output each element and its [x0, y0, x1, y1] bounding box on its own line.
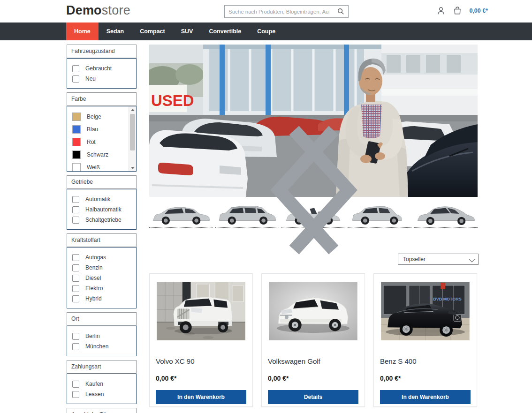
color-option-rot[interactable]: Rot	[67, 135, 136, 148]
filter-option-hybrid[interactable]: Hybrid	[67, 293, 136, 304]
color-option-blau[interactable]: Blau	[67, 123, 136, 135]
filter-option-kaufen[interactable]: Kaufen	[67, 379, 136, 389]
header-icons: 0,00 €*	[436, 6, 488, 15]
nav-item-convertible[interactable]: Convertible	[201, 23, 249, 40]
filter-option-berlin[interactable]: Berlin	[67, 331, 136, 341]
checkbox[interactable]	[72, 65, 79, 72]
account-icon[interactable]	[436, 6, 446, 15]
search-icon[interactable]	[333, 6, 348, 17]
option-label: Halbautomatik	[85, 206, 122, 213]
option-label: Beige	[87, 113, 101, 120]
filter-option-gebraucht[interactable]: Gebraucht	[67, 63, 136, 74]
filter-group-getriebe: Getriebe AutomatikHalbautomatikSchaltget…	[67, 175, 137, 230]
filter-title[interactable]: Zahlungsart	[67, 360, 137, 374]
filter-title[interactable]: Anzahl der Türen	[67, 408, 137, 413]
sort-select[interactable]: Topseller	[398, 254, 479, 265]
filter-group-zahlungsart: Zahlungsart KaufenLeasen	[67, 360, 137, 404]
nav-item-compact[interactable]: Compact	[132, 23, 173, 40]
checkbox[interactable]	[72, 285, 79, 292]
product-image-benz-s400[interactable]: BVB MOTORS	[380, 282, 471, 340]
nav-item-coupe[interactable]: Coupe	[249, 23, 283, 40]
product-grid: Volvo XC 90 0,00 €* In den Warenkorb	[149, 273, 477, 407]
nav-item-home[interactable]: Home	[66, 23, 99, 40]
product-price: 0,00 €*	[268, 375, 358, 382]
cart-bag-icon[interactable]	[453, 6, 462, 15]
search-input[interactable]	[225, 9, 333, 15]
header: Demostore 0,00 €*	[0, 0, 532, 23]
checkbox[interactable]	[72, 275, 79, 282]
checkbox[interactable]	[72, 343, 79, 350]
checkbox[interactable]	[72, 391, 79, 398]
filter-option-diesel[interactable]: Diesel	[67, 273, 136, 283]
filter-option-automatik[interactable]: Automatik	[67, 194, 136, 204]
filter-option-leasen[interactable]: Leasen	[67, 389, 136, 399]
filter-sidebar: Fahrzeugzustand GebrauchtNeu Farbe Beige…	[67, 45, 137, 413]
product-card: BVB MOTORS Benz S 400	[373, 273, 477, 407]
cart-total[interactable]: 0,00 €*	[469, 8, 488, 14]
scrollbar-thumb[interactable]	[130, 114, 135, 150]
checkbox[interactable]	[72, 254, 79, 261]
filter-title[interactable]: Getriebe	[67, 175, 137, 189]
main-content: USED	[149, 45, 478, 228]
filter-body: GebrauchtNeu	[67, 58, 137, 89]
color-option-beige[interactable]: Beige	[67, 110, 136, 123]
scroll-down-icon[interactable]	[129, 165, 136, 171]
filter-option-schaltgetriebe[interactable]: Schaltgetriebe	[67, 215, 136, 225]
option-label: Berlin	[85, 333, 100, 339]
logo-light: store	[102, 3, 130, 17]
filter-title[interactable]: Ort	[67, 312, 137, 326]
filter-option-neu[interactable]: Neu	[67, 74, 136, 84]
filter-title[interactable]: Kraftstoffart	[67, 233, 137, 247]
color-swatch	[72, 138, 81, 146]
nav-item-suv[interactable]: SUV	[173, 23, 201, 40]
filter-option-elektro[interactable]: Elektro	[67, 283, 136, 293]
checkbox[interactable]	[72, 264, 79, 271]
filter-option-halbautomatik[interactable]: Halbautomatik	[67, 204, 136, 215]
filter-option-autogas[interactable]: Autogas	[67, 252, 136, 263]
product-card: Volkswagen Golf 0,00 €* Details	[261, 273, 365, 407]
scroll-up-icon[interactable]	[129, 106, 136, 113]
filter-option-münchen[interactable]: München	[67, 341, 136, 352]
option-label: Hybrid	[85, 295, 102, 302]
details-button[interactable]: Details	[268, 390, 358, 404]
option-label: München	[85, 343, 108, 350]
add-to-cart-button[interactable]: In den Warenkorb	[156, 390, 246, 404]
filter-group-kraftstoffart: Kraftstoffart AutogasBenzinDieselElektro…	[67, 233, 137, 308]
logo-bold: Demo	[66, 3, 102, 17]
checkbox[interactable]	[72, 196, 79, 203]
checkbox[interactable]	[72, 75, 79, 83]
add-to-cart-button[interactable]: In den Warenkorb	[380, 390, 471, 404]
carousel-next-icon[interactable]	[157, 114, 486, 266]
checkbox[interactable]	[72, 206, 79, 213]
scrollbar[interactable]	[129, 106, 136, 171]
option-label: Elektro	[85, 285, 103, 292]
product-image-volvo-xc90[interactable]	[156, 282, 246, 340]
filter-title[interactable]: Farbe	[67, 92, 137, 106]
color-option-weiss[interactable]: Weiß	[67, 161, 136, 172]
dealership-sign-text: BVB MOTORS	[433, 297, 461, 301]
checkbox[interactable]	[72, 381, 79, 388]
hero-carousel[interactable]: USED	[149, 45, 478, 197]
checkbox[interactable]	[72, 295, 79, 302]
product-title[interactable]: Volvo XC 90	[156, 357, 246, 365]
nav-item-sedan[interactable]: Sedan	[99, 23, 132, 40]
filter-group-ort: Ort BerlinMünchen	[67, 312, 137, 356]
product-title[interactable]: Benz S 400	[380, 357, 471, 365]
color-option-schwarz[interactable]: Schwarz	[67, 148, 136, 161]
option-label: Autogas	[85, 254, 106, 261]
checkbox[interactable]	[72, 333, 79, 340]
option-label: Rot	[87, 139, 96, 145]
color-swatch	[72, 163, 81, 172]
filter-body: KaufenLeasen	[67, 374, 137, 404]
checkbox[interactable]	[72, 217, 79, 224]
option-label: Kaufen	[85, 381, 103, 387]
product-title[interactable]: Volkswagen Golf	[268, 357, 358, 365]
filter-title[interactable]: Fahrzeugzustand	[67, 45, 137, 58]
filter-group-fahrzeugzustand: Fahrzeugzustand GebrauchtNeu	[67, 45, 137, 89]
filter-group-farbe: Farbe BeigeBlauRotSchwarzWeiß	[67, 92, 137, 172]
filter-body: BerlinMünchen	[67, 326, 137, 356]
option-label: Neu	[85, 75, 96, 82]
product-image-volkswagen-golf[interactable]	[268, 282, 358, 340]
shop-logo[interactable]: Demostore	[66, 3, 130, 18]
filter-option-benzin[interactable]: Benzin	[67, 263, 136, 273]
